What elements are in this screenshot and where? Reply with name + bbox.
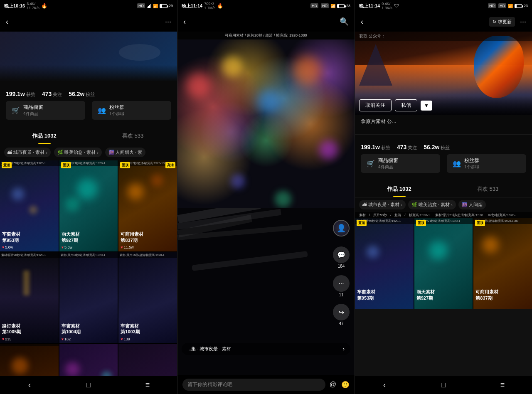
video-cell-0[interactable]: 素材/原片59秒/超清/帧宽高:1920-1 置顶 车窗素材第953期 ♥ 5.… bbox=[0, 160, 59, 251]
video-cell-3[interactable]: 素材/原片26秒/超清/帧宽高:1920-1 路灯素材第1005期 ♥ 215 bbox=[0, 252, 59, 343]
bnav-menu-right[interactable]: ≡ bbox=[494, 377, 511, 394]
video-cell-right-0[interactable]: 素材/原片59秒/超清/帧宽高:1920-1 置顶 车窗素材第953期 bbox=[355, 218, 414, 309]
badge-right-0: 置顶 bbox=[357, 220, 367, 226]
more-icon-left[interactable]: ··· bbox=[165, 17, 171, 26]
more-icon-right[interactable]: ··· bbox=[520, 17, 526, 26]
at-icon[interactable]: @ bbox=[330, 381, 336, 389]
bnav-home-left[interactable]: □ bbox=[80, 377, 97, 394]
video-title-2: 可商用素材第837期 bbox=[121, 231, 175, 243]
video-title-right-2: 可商用素材第837期 bbox=[475, 289, 530, 301]
battery-pct-right: 23 bbox=[524, 4, 528, 8]
tab-works-right[interactable]: 作品 1032 bbox=[355, 181, 443, 197]
raw-sub-text: — bbox=[361, 126, 526, 131]
profile-stats-left: 199.1w 获赞 473 关注 56.2w 粉丝 bbox=[6, 91, 171, 98]
message-icon: ··· bbox=[333, 275, 350, 292]
video-title-4: 车窗素材第1004期 bbox=[62, 323, 116, 335]
comment-placeholder: 留下你的精彩评论吧 bbox=[187, 382, 232, 387]
bottom-info-arrow: › bbox=[343, 346, 345, 352]
video-cell-8[interactable]: 雨天素材第999期 ♥ 95 bbox=[118, 344, 177, 376]
fans-group-action-right[interactable]: 👥 粉丝群 1个群聊 bbox=[447, 154, 526, 173]
video-cell-right-2[interactable]: 素材/07秒/超清/帧宽高:1920-1080 置顶 可商用素材第837期 bbox=[473, 218, 532, 309]
stat-likes-right: 199.1w 获赞 bbox=[361, 144, 390, 151]
emoji-icon[interactable]: 🙂 bbox=[341, 381, 350, 389]
profile-section-left: 199.1w 获赞 473 关注 56.2w 粉丝 🛒 商品橱窗 4件 bbox=[0, 81, 177, 128]
tabs-left: 作品 1032 喜欢 533 bbox=[0, 128, 177, 144]
search-icon-mid[interactable]: 🔍 bbox=[340, 17, 349, 26]
tabs-right: 作品 1032 喜欢 533 bbox=[355, 181, 532, 197]
comment-icon: 💬 bbox=[333, 246, 350, 263]
battery-icon-mid bbox=[337, 4, 345, 8]
badge-right-1: 置顶 bbox=[416, 220, 426, 226]
bnav-menu-left[interactable]: ≡ bbox=[139, 377, 156, 394]
shop-action[interactable]: 🛒 商品橱窗 4件商品 bbox=[6, 101, 85, 120]
status-bar-mid: 晚上11:14 709K/ 1.7M/s 🔥 HD HD 📶 23 bbox=[177, 0, 355, 12]
back-icon-right[interactable]: ‹ bbox=[361, 17, 363, 26]
time-mid: 晚上11:14 bbox=[182, 3, 202, 9]
video-title-0: 车窗素材第953期 bbox=[2, 231, 57, 243]
video-cell-1[interactable]: 素材/原片21秒/超清/帧宽高:1920-1 置顶 雨天素材第927期 ♥ 5.… bbox=[59, 160, 118, 251]
hd-badge: HD bbox=[137, 3, 145, 8]
fans-group-icon-right: 👥 bbox=[453, 160, 461, 167]
badge-2: 置顶 bbox=[120, 162, 130, 168]
video-title-3: 路灯素材第1005期 bbox=[2, 323, 57, 335]
shop-action-right[interactable]: 🛒 商品橱窗 4件商品 bbox=[361, 154, 440, 173]
back-icon-left[interactable]: ‹ bbox=[6, 17, 8, 26]
video-cell-2[interactable]: 素材/原片7秒/超清/帧宽高:1920-1080 置顶 高清 可商用素材第837… bbox=[118, 160, 177, 251]
bnav-back-right[interactable]: ‹ bbox=[376, 377, 393, 394]
cat-tag-right-0[interactable]: 🏙 城市夜景 · 素材 › bbox=[359, 200, 406, 209]
cat-tag-0[interactable]: 🏙 城市夜景 · 素材 › bbox=[4, 148, 51, 157]
video-cell-5[interactable]: 素材/原片16秒/超清/帧宽高:1920-1 车窗素材第1003期 ♥ 139 bbox=[118, 252, 177, 343]
cat-tag-right-1[interactable]: 🌿 唯美治愈 · 素材 › bbox=[408, 200, 456, 209]
update-btn[interactable]: ↻ 求更新 bbox=[489, 17, 515, 27]
comment-icons: @ 🙂 bbox=[330, 381, 350, 389]
left-scroll-area: 199.1w 获赞 473 关注 56.2w 粉丝 🛒 商品橱窗 4件 bbox=[0, 32, 177, 376]
video-likes-2: ♥ 11.5w bbox=[121, 245, 133, 249]
message-btn[interactable]: ··· 11 bbox=[333, 275, 350, 297]
tab-works-left[interactable]: 作品 1032 bbox=[0, 128, 89, 144]
bottom-info-row[interactable]: ...集 · 城市夜景 · 素材 › bbox=[182, 343, 350, 355]
profile-actions-left: 🛒 商品橱窗 4件商品 👥 粉丝群 1个群聊 bbox=[6, 101, 171, 120]
mid-bottom-info-area: ...集 · 城市夜景 · 素材 › bbox=[177, 343, 355, 355]
comment-btn[interactable]: 💬 184 bbox=[333, 246, 350, 268]
tab-likes-right[interactable]: 喜欢 533 bbox=[443, 181, 532, 197]
share-icon: ↪ bbox=[333, 304, 350, 320]
obtain-text: 获取 公众号： bbox=[359, 33, 385, 39]
video-cell-7[interactable]: 玻璃素材第1000期· ♥ 131 bbox=[59, 344, 118, 376]
hd-badge-mid2: HD bbox=[321, 3, 329, 8]
time-left: 晚上10:16 bbox=[4, 3, 25, 9]
cat-tag-2[interactable]: 🌆 人间烟火 · 素 bbox=[105, 148, 145, 157]
video-title-right-1: 雨天素材第927期 bbox=[416, 289, 471, 301]
stat-following: 473 关注 bbox=[42, 91, 62, 98]
video-cell-6[interactable]: 下雨素材第1002期 ♥ 1084 bbox=[0, 344, 59, 376]
dm-button[interactable]: 私信 bbox=[395, 99, 417, 111]
bnav-back-left[interactable]: ‹ bbox=[21, 377, 38, 394]
mid-video-area[interactable]: 👤 💬 184 ··· 11 ↪ 47 ...集 · 城市夜景 · 素材 › bbox=[177, 39, 355, 376]
mid-right-actions: 👤 💬 184 ··· 11 ↪ 47 bbox=[333, 220, 350, 326]
cat-tag-right-2[interactable]: 🌆 人间烟 bbox=[458, 200, 486, 209]
more-dropdown-button[interactable]: ▼ bbox=[421, 101, 432, 111]
right-hero: 获取 公众号： 取消关注 私信 ▼ bbox=[355, 32, 532, 115]
badge-2b: 高清 bbox=[165, 162, 175, 168]
unfollow-button[interactable]: 取消关注 bbox=[359, 99, 392, 111]
hd-right2: HD bbox=[498, 3, 506, 8]
video-grid-left: 素材/原片59秒/超清/帧宽高:1920-1 置顶 车窗素材第953期 ♥ 5.… bbox=[0, 160, 177, 376]
video-likes-1: ♥ 5.5w bbox=[62, 245, 72, 249]
bokeh-display bbox=[177, 39, 355, 208]
panel-right: 晚上11:14 0.4K/ 1.3K/s 🛡 HD HD 📶 23 ‹ ↻ 求更… bbox=[355, 0, 532, 394]
cat-tag-1[interactable]: 🌿 唯美治愈 · 素材 › bbox=[54, 148, 102, 157]
video-cell-4[interactable]: 素材/原片34秒/超清/帧宽高:1920-1 车窗素材第1004期 ♥ 162 bbox=[59, 252, 118, 343]
bnav-home-right[interactable]: □ bbox=[435, 377, 452, 394]
update-icon: ↻ bbox=[493, 19, 496, 25]
comment-input[interactable]: 留下你的精彩评论吧 bbox=[182, 379, 325, 391]
share-btn[interactable]: ↪ 47 bbox=[333, 304, 350, 326]
wifi-icon-mid: 📶 bbox=[330, 4, 335, 8]
fans-group-action[interactable]: 👥 粉丝群 1个群聊 bbox=[92, 101, 171, 120]
bottom-nav-left: ‹ □ ≡ bbox=[0, 376, 177, 394]
video-grid-right: 素材/原片59秒/超清/帧宽高:1920-1 置顶 车窗素材第953期 素材/原… bbox=[355, 218, 532, 309]
tab-likes-left[interactable]: 喜欢 533 bbox=[89, 128, 177, 144]
video-cell-right-1[interactable]: 素材/原片21秒/超清/帧宽高:1920-1 置顶 雨天素材第927期 bbox=[414, 218, 473, 309]
back-icon-mid[interactable]: ‹ bbox=[183, 17, 186, 26]
cat-tags-right: 🏙 城市夜景 · 素材 › 🌿 唯美治愈 · 素材 › 🌆 人间烟 bbox=[355, 197, 532, 212]
profile-hero-left bbox=[0, 32, 177, 81]
avatar-mid[interactable]: 👤 bbox=[333, 220, 350, 236]
